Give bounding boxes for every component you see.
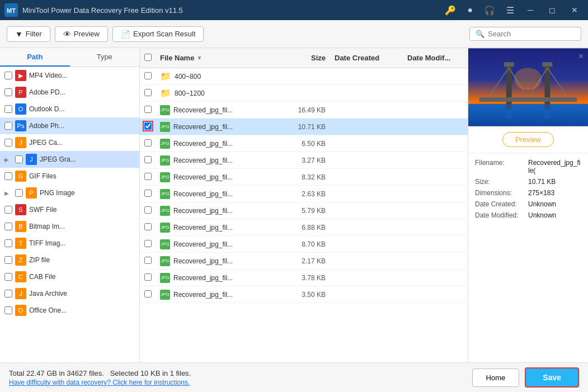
row-checkbox[interactable] bbox=[144, 89, 152, 96]
sidebar-item-bitmap[interactable]: B Bitmap Im... bbox=[0, 218, 139, 235]
row-checkbox[interactable] bbox=[144, 72, 152, 79]
file-row-name: Recovered_jpg_fil... bbox=[173, 274, 290, 282]
file-row-name: Recovered_jpg_fil... bbox=[173, 240, 290, 248]
table-row[interactable]: 📁 400~800 bbox=[140, 68, 468, 85]
sidebar-checkbox-gif[interactable] bbox=[4, 172, 12, 180]
sidebar-item-gif[interactable]: G GIF Files bbox=[0, 168, 139, 185]
tab-path[interactable]: Path bbox=[0, 48, 70, 67]
table-row[interactable]: JPG Recovered_jpg_fil... 5.79 KB bbox=[140, 202, 468, 219]
sidebar-checkbox-adobeph[interactable] bbox=[4, 122, 12, 130]
select-all-checkbox[interactable] bbox=[144, 54, 152, 61]
filename-value: Recovered_jpg_file( bbox=[528, 159, 581, 174]
row-checkbox[interactable] bbox=[144, 190, 152, 197]
status-total: Total 22.47 GB in 34627 files. Selected … bbox=[9, 369, 191, 377]
table-row[interactable]: JPG Recovered_jpg_fil... 2.63 KB bbox=[140, 186, 468, 202]
table-row[interactable]: JPG Recovered_jpg_fil... 3.50 KB bbox=[140, 286, 468, 303]
row-checkbox[interactable] bbox=[144, 173, 152, 180]
sidebar-item-adobeph[interactable]: Ps Adobe Ph... bbox=[0, 117, 139, 134]
status-help-link[interactable]: Have difficulty with data recovery? Clic… bbox=[9, 379, 191, 386]
app-title: MiniTool Power Data Recovery Free Editio… bbox=[22, 6, 441, 15]
help-icon[interactable]: ● bbox=[464, 4, 476, 16]
sidebar-item-office[interactable]: O Office One... bbox=[0, 302, 139, 319]
column-header-date-created[interactable]: Date Created bbox=[335, 54, 407, 62]
sidebar-item-java[interactable]: J Java Archive bbox=[0, 285, 139, 302]
column-header-size[interactable]: Size bbox=[290, 54, 335, 62]
menu-icon[interactable]: ☰ bbox=[503, 4, 518, 17]
table-row[interactable]: JPG Recovered_jpg_fil... 6.88 KB bbox=[140, 219, 468, 236]
row-checkbox[interactable] bbox=[144, 156, 152, 163]
sidebar-checkbox-jpegca[interactable] bbox=[4, 139, 12, 147]
preview-close-button[interactable]: × bbox=[578, 51, 584, 62]
sidebar-checkbox-mp4video[interactable] bbox=[4, 72, 12, 79]
sidebar-checkbox-swf[interactable] bbox=[4, 206, 12, 214]
row-checkbox[interactable] bbox=[144, 240, 152, 247]
row-checkbox[interactable] bbox=[144, 106, 152, 113]
preview-button[interactable]: 👁 Preview bbox=[55, 26, 108, 42]
minimize-button[interactable]: ─ bbox=[522, 3, 539, 17]
file-row-name: Recovered_jpg_fil... bbox=[173, 224, 290, 232]
sidebar-checkbox-java[interactable] bbox=[4, 290, 12, 297]
table-row[interactable]: JPG Recovered_jpg_fil... 3.27 KB bbox=[140, 152, 468, 169]
sidebar-item-swf[interactable]: S SWF File bbox=[0, 201, 139, 218]
filter-button[interactable]: ▼ Filter bbox=[7, 26, 50, 42]
sidebar-checkbox-tiff[interactable] bbox=[4, 239, 12, 247]
sidebar-checkbox-adobepdf[interactable] bbox=[4, 88, 12, 96]
export-button[interactable]: 📄 Export Scan Result bbox=[112, 26, 204, 42]
sidebar-item-outlook[interactable]: O Outlook D... bbox=[0, 101, 139, 117]
home-button[interactable]: Home bbox=[472, 369, 520, 387]
column-header-date-modified[interactable]: Date Modif... bbox=[407, 54, 463, 62]
tab-type[interactable]: Type bbox=[70, 48, 140, 67]
sidebar-checkbox-office[interactable] bbox=[4, 306, 12, 314]
sidebar-checkbox-cab[interactable] bbox=[4, 273, 12, 281]
row-checkbox[interactable] bbox=[144, 139, 152, 147]
row-checkbox[interactable] bbox=[144, 273, 152, 281]
save-button[interactable]: Save bbox=[525, 367, 579, 388]
toolbar: ▼ Filter 👁 Preview 📄 Export Scan Result … bbox=[0, 20, 588, 48]
table-row[interactable]: JPG Recovered_jpg_fil... 3.78 KB bbox=[140, 270, 468, 286]
preview-action-button[interactable]: Preview bbox=[502, 132, 554, 147]
table-row[interactable]: JPG Recovered_jpg_fil... 8.70 KB bbox=[140, 236, 468, 253]
row-checkbox[interactable] bbox=[144, 257, 152, 264]
table-row[interactable]: JPG Recovered_jpg_fil... 2.17 KB bbox=[140, 253, 468, 270]
headphone-icon[interactable]: 🎧 bbox=[481, 4, 498, 17]
filter-label: Filter bbox=[26, 30, 42, 38]
search-box[interactable]: 🔍 bbox=[469, 27, 581, 41]
sidebar-item-label-gif: GIF Files bbox=[29, 172, 135, 180]
row-checkbox[interactable] bbox=[144, 122, 152, 130]
table-row[interactable]: JPG Recovered_jpg_fil... 10.71 KB bbox=[140, 119, 468, 135]
restore-button[interactable]: ◻ bbox=[543, 3, 561, 17]
table-row[interactable]: JPG Recovered_jpg_fil... 6.50 KB bbox=[140, 135, 468, 152]
sidebar-item-label-tiff: TIFF Imag... bbox=[29, 239, 135, 247]
svg-point-15 bbox=[514, 68, 542, 90]
date-created-label: Date Created: bbox=[475, 200, 528, 208]
jpg-file-icon: JPG bbox=[160, 256, 170, 266]
sidebar-item-png[interactable]: ▶ P PNG Image bbox=[0, 185, 139, 201]
table-row[interactable]: JPG Recovered_jpg_fil... 16.49 KB bbox=[140, 102, 468, 119]
table-row[interactable]: JPG Recovered_jpg_fil... 8.32 KB bbox=[140, 169, 468, 186]
row-checkbox[interactable] bbox=[144, 290, 152, 297]
row-checkbox[interactable] bbox=[144, 206, 152, 214]
sidebar-item-jpegca[interactable]: J JPEG Ca... bbox=[0, 134, 139, 151]
table-row[interactable]: 📁 800~1200 bbox=[140, 85, 468, 102]
sidebar-checkbox-outlook[interactable] bbox=[4, 105, 12, 113]
sidebar-checkbox-bitmap[interactable] bbox=[4, 223, 12, 230]
column-header-name[interactable]: File Name ▼ bbox=[160, 54, 290, 62]
key-icon[interactable]: 🔑 bbox=[441, 4, 459, 17]
sidebar-item-cab[interactable]: C CAB File bbox=[0, 268, 139, 285]
sidebar-checkbox-zip[interactable] bbox=[4, 256, 12, 264]
sidebar-item-tiff[interactable]: T TIFF Imag... bbox=[0, 235, 139, 252]
sidebar-checkbox-png[interactable] bbox=[15, 189, 23, 197]
mp4video-icon: ▶ bbox=[15, 70, 26, 81]
close-button[interactable]: ✕ bbox=[566, 3, 584, 17]
sidebar-item-adobepdf[interactable]: P Adobe PD... bbox=[0, 84, 139, 101]
dimensions-label: Dimensions: bbox=[475, 189, 528, 197]
sidebar-item-jpeggra[interactable]: ▶ J JPEG Gra... bbox=[0, 151, 139, 168]
search-input[interactable] bbox=[488, 30, 577, 38]
preview-btn-area: Preview bbox=[468, 126, 588, 153]
row-checkbox[interactable] bbox=[144, 223, 152, 230]
sidebar-item-label-office: Office One... bbox=[29, 306, 135, 314]
sidebar-checkbox-jpeggra[interactable] bbox=[15, 155, 23, 163]
sidebar-item-mp4video[interactable]: ▶ MP4 Video... bbox=[0, 67, 139, 84]
sidebar-item-zip[interactable]: Z ZIP file bbox=[0, 252, 139, 268]
file-list: 📁 400~800 📁 800~1200 bbox=[140, 68, 468, 362]
